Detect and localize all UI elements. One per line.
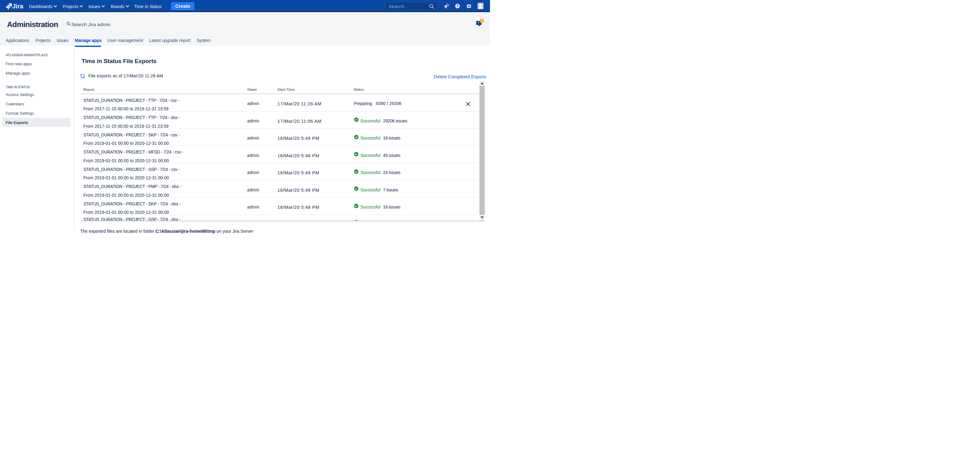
svg-text:!: ! [478, 21, 479, 25]
svg-text:1: 1 [481, 19, 483, 22]
svg-text:?: ? [457, 4, 458, 8]
